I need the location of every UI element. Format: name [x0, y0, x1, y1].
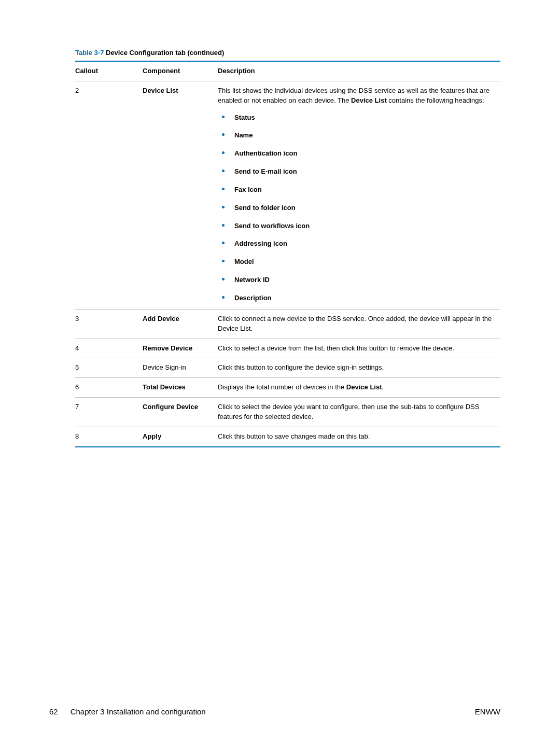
- page-footer: 62 Chapter 3 Installation and configurat…: [49, 707, 500, 716]
- list-item: Send to E-mail icon: [218, 167, 496, 177]
- cell-description: Click to select the device you want to c…: [218, 398, 500, 427]
- list-item: Description: [218, 293, 496, 303]
- table-row: 8 Apply Click this button to save change…: [75, 427, 500, 446]
- list-item: Addressing icon: [218, 239, 496, 249]
- list-item: Send to workflows icon: [218, 221, 496, 231]
- table-header-row: Callout Component Description: [75, 61, 500, 81]
- table-row: 7 Configure Device Click to select the d…: [75, 398, 500, 427]
- cell-callout: 3: [75, 309, 143, 339]
- cell-callout: 7: [75, 398, 143, 427]
- cell-component: Device List: [143, 81, 218, 309]
- cell-callout: 2: [75, 81, 143, 309]
- cell-description: Click to connect a new device to the DSS…: [218, 309, 500, 339]
- header-description: Description: [218, 61, 500, 81]
- table-label: Table 3-7: [75, 49, 104, 57]
- cell-component: Apply: [143, 427, 218, 446]
- table-row: 6 Total Devices Displays the total numbe…: [75, 378, 500, 398]
- cell-callout: 8: [75, 427, 143, 446]
- cell-description: This list shows the individual devices u…: [218, 81, 500, 309]
- list-item: Fax icon: [218, 185, 496, 195]
- list-item: Model: [218, 257, 496, 267]
- list-item: Authentication icon: [218, 149, 496, 159]
- chapter-title: Chapter 3 Installation and configuration: [71, 707, 206, 716]
- device-list-bullets: Status Name Authentication icon Send to …: [218, 113, 496, 303]
- header-component: Component: [143, 61, 218, 81]
- list-item: Network ID: [218, 275, 496, 285]
- page-number: 62: [49, 707, 58, 716]
- cell-description: Click this button to configure the devic…: [218, 358, 500, 378]
- list-item: Name: [218, 131, 496, 140]
- cell-component: Total Devices: [143, 378, 218, 398]
- cell-callout: 6: [75, 378, 143, 398]
- cell-callout: 5: [75, 358, 143, 378]
- cell-component: Device Sign-in: [143, 358, 218, 378]
- cell-component: Add Device: [143, 309, 218, 339]
- cell-callout: 4: [75, 339, 143, 358]
- table-row: 5 Device Sign-in Click this button to co…: [75, 358, 500, 378]
- list-item: Status: [218, 113, 496, 123]
- cell-component: Remove Device: [143, 339, 218, 358]
- table-row: 4 Remove Device Click to select a device…: [75, 339, 500, 358]
- table-row: 2 Device List This list shows the indivi…: [75, 81, 500, 309]
- cell-description: Click to select a device from the list, …: [218, 339, 500, 358]
- table-caption: Table 3-7 Device Configuration tab (cont…: [75, 49, 500, 57]
- cell-description: Displays the total number of devices in …: [218, 378, 500, 398]
- cell-description: Click this button to save changes made o…: [218, 427, 500, 446]
- cell-component: Configure Device: [143, 398, 218, 427]
- device-config-table: Callout Component Description 2 Device L…: [75, 61, 500, 447]
- list-item: Send to folder icon: [218, 203, 496, 213]
- footer-right: ENWW: [475, 707, 500, 716]
- table-title: Device Configuration tab (continued): [104, 49, 224, 57]
- header-callout: Callout: [75, 61, 143, 81]
- table-row: 3 Add Device Click to connect a new devi…: [75, 309, 500, 339]
